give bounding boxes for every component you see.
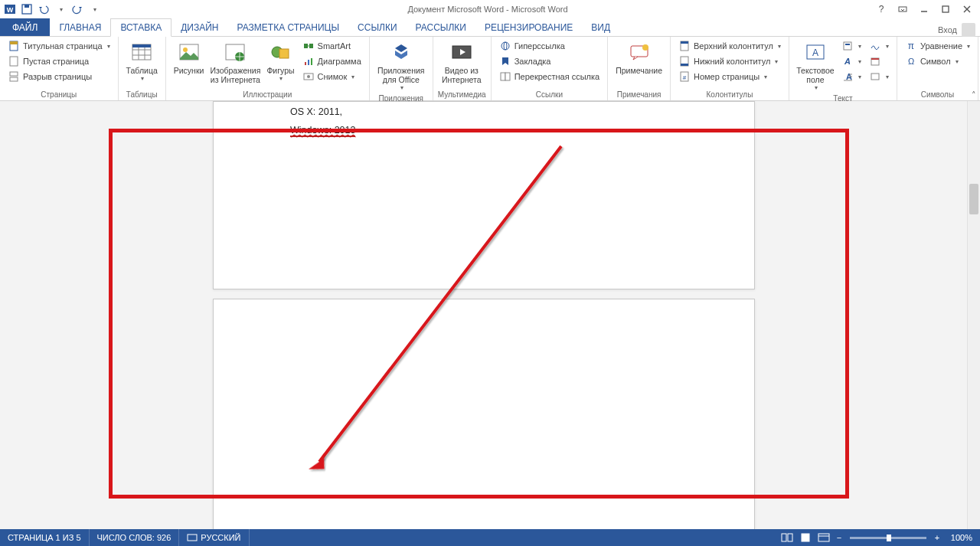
page-1[interactable]: OS X: 2011, Windows: 2013	[213, 101, 755, 289]
page-number-button[interactable]: #Номер страницы▾	[675, 69, 784, 84]
symbol-button[interactable]: ΩСимвол▾	[902, 54, 973, 69]
table-button[interactable]: Таблица▾	[123, 38, 161, 83]
page-break-button[interactable]: Разрыв страницы	[5, 69, 113, 84]
tab-view[interactable]: ВИД	[582, 18, 619, 36]
signin-label[interactable]: Вход	[938, 25, 957, 34]
apps-button[interactable]: Приложения для Office▾	[374, 38, 428, 93]
datetime-button[interactable]	[866, 54, 892, 69]
page-break-label: Разрыв страницы	[23, 72, 92, 81]
signature-button[interactable]: ▾	[866, 38, 892, 54]
undo-icon[interactable]	[37, 2, 51, 16]
collapse-ribbon-icon[interactable]: ˄	[969, 90, 978, 100]
tab-layout[interactable]: РАЗМЕТКА СТРАНИЦЫ	[228, 18, 349, 36]
smartart-button[interactable]: SmartArt	[299, 38, 364, 54]
chart-button[interactable]: Диаграмма	[299, 54, 364, 69]
svg-rect-56	[871, 58, 879, 60]
vertical-scrollbar[interactable]	[967, 101, 980, 529]
scrollbar-thumb[interactable]	[969, 184, 978, 214]
undo-dropdown-icon[interactable]: ▾	[54, 2, 67, 16]
pictures-button[interactable]: Рисунки	[171, 38, 207, 77]
screenshot-button[interactable]: Снимок▾	[299, 69, 364, 84]
ribbon-options-icon[interactable]	[896, 2, 910, 16]
cover-page-label: Титульная страница	[23, 41, 103, 51]
tab-review[interactable]: РЕЦЕНЗИРОВАНИЕ	[475, 18, 582, 36]
hyperlink-label: Гиперссылка	[514, 41, 565, 51]
save-icon[interactable]	[20, 2, 34, 16]
group-hf-label: Колонтитулы	[675, 89, 784, 100]
object-button[interactable]: ▾	[866, 69, 892, 84]
comment-button[interactable]: Примечание	[612, 38, 665, 77]
online-video-button[interactable]: Видео из Интернета	[438, 38, 485, 86]
svg-text:A: A	[812, 47, 818, 58]
cover-page-button[interactable]: Титульная страница▾	[5, 38, 113, 54]
online-pictures-button[interactable]: Изображения из Интернета	[208, 38, 262, 86]
group-illustrations-label: Иллюстрации	[171, 89, 364, 100]
view-web-layout-icon[interactable]	[815, 529, 833, 546]
table-label: Таблица	[126, 66, 158, 75]
quick-parts-button[interactable]: ▾	[838, 38, 864, 54]
svg-text:#: #	[683, 74, 687, 81]
svg-rect-63	[788, 534, 792, 541]
tab-file[interactable]: ФАЙЛ	[0, 18, 50, 36]
avatar-icon[interactable]	[962, 23, 975, 37]
word-icon[interactable]: W	[3, 2, 17, 16]
tab-insert[interactable]: ВСТАВКА	[110, 18, 172, 37]
tab-design[interactable]: ДИЗАЙН	[172, 18, 227, 36]
minimize-icon[interactable]	[917, 2, 931, 16]
tab-mailings[interactable]: РАССЫЛКИ	[407, 18, 475, 36]
equation-button[interactable]: πУравнение▾	[902, 38, 973, 54]
quick-access-toolbar: W ▾ ▾	[0, 2, 101, 16]
qat-customize-icon[interactable]: ▾	[87, 2, 101, 16]
status-page[interactable]: СТРАНИЦА 1 ИЗ 5	[0, 529, 90, 546]
wordart-button[interactable]: A▾	[838, 54, 864, 69]
svg-rect-12	[10, 72, 18, 76]
zoom-level[interactable]: 100%	[943, 529, 980, 546]
view-print-layout-icon[interactable]	[796, 529, 815, 546]
crossref-label: Перекрестная ссылка	[514, 72, 600, 81]
crossref-button[interactable]: Перекрестная ссылка	[496, 69, 603, 84]
help-icon[interactable]: ?	[874, 2, 888, 16]
view-read-mode-icon[interactable]	[778, 529, 796, 546]
page-2[interactable]	[213, 299, 755, 529]
status-bar: СТРАНИЦА 1 ИЗ 5 ЧИСЛО СЛОВ: 926 РУССКИЙ …	[0, 529, 980, 546]
bookmark-button[interactable]: Закладка	[496, 54, 603, 69]
dropcap-button[interactable]: A▾	[838, 69, 864, 84]
svg-rect-49	[845, 44, 850, 45]
pictures-icon	[177, 40, 201, 64]
datetime-icon	[869, 55, 881, 67]
group-tables-label: Таблицы	[123, 89, 161, 100]
wordart-icon: A	[841, 55, 854, 67]
hyperlink-button[interactable]: Гиперссылка	[496, 38, 603, 54]
close-icon[interactable]	[960, 2, 974, 16]
tab-references[interactable]: ССЫЛКИ	[348, 18, 406, 36]
textbox-button[interactable]: AТекстовое поле▾	[794, 38, 837, 93]
blank-page-button[interactable]: Пустая страница	[5, 54, 113, 69]
status-language[interactable]: РУССКИЙ	[179, 529, 249, 546]
shapes-button[interactable]: Фигуры▾	[263, 38, 297, 83]
redo-icon[interactable]	[70, 2, 84, 16]
group-links: Гиперссылка Закладка Перекрестная ссылка…	[492, 37, 609, 100]
svg-rect-11	[10, 57, 18, 66]
status-word-count[interactable]: ЧИСЛО СЛОВ: 926	[90, 529, 180, 546]
zoom-out-button[interactable]: −	[833, 533, 845, 542]
group-links-label: Ссылки	[496, 89, 603, 100]
header-icon	[678, 40, 691, 52]
signin-area[interactable]: Вход	[938, 23, 975, 37]
document-area[interactable]: OS X: 2011, Windows: 2013	[0, 101, 980, 529]
svg-rect-61	[188, 535, 197, 541]
svg-rect-25	[279, 49, 289, 58]
zoom-slider[interactable]	[850, 537, 926, 539]
svg-rect-26	[304, 44, 308, 48]
zoom-in-button[interactable]: +	[931, 533, 943, 542]
dropcap-icon: A	[841, 70, 854, 83]
video-icon	[449, 40, 474, 64]
zoom-slider-thumb[interactable]	[887, 535, 891, 541]
header-button[interactable]: Верхний колонтитул▾	[675, 38, 784, 54]
svg-rect-43	[681, 64, 688, 66]
footer-button[interactable]: Нижний колонтитул▾	[675, 54, 784, 69]
tab-home[interactable]: ГЛАВНАЯ	[50, 18, 110, 36]
svg-rect-41	[681, 41, 688, 44]
maximize-icon[interactable]	[939, 2, 952, 16]
online-video-label: Видео из Интернета	[441, 66, 482, 84]
group-tables: Таблица▾ Таблицы	[119, 37, 166, 100]
